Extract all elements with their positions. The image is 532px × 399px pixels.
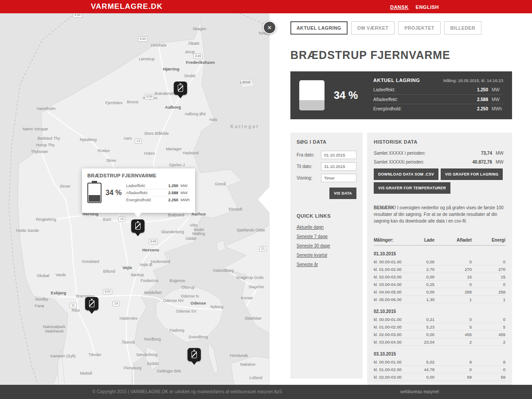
cell-time: kl. 05.00-06.00 <box>374 297 410 302</box>
row-label: Energiindhold: <box>373 106 457 111</box>
map-place-label: Struer <box>60 184 71 188</box>
map-place-label: Sønderborg <box>136 352 157 357</box>
map-pin-marker[interactable] <box>188 348 201 365</box>
tab[interactable]: AKTUEL LAGRING <box>290 21 348 35</box>
map-place-label: Odder <box>185 236 196 241</box>
action-button[interactable]: VIS GRAFER FOR LAGRING <box>441 168 503 180</box>
map-place-label: Vejle <box>122 265 132 270</box>
map-place-label: Niebüll <box>80 371 92 376</box>
cell-lade: 0,00 <box>410 289 434 294</box>
total-unit: MW <box>492 151 505 156</box>
top-header: VARMELAGRE.DK DANSKENGLISH <box>0 0 532 13</box>
road-badge: 21 <box>259 246 266 251</box>
map-place-label: Nordby <box>35 297 48 301</box>
cell-lade: 0,00 <box>410 375 434 379</box>
map-place-label: Odense SV <box>176 309 196 313</box>
map-place-label: Børkop <box>131 273 144 277</box>
map-place-label: Haderslev <box>120 316 138 321</box>
cell-afladet: 59 <box>434 375 472 379</box>
map-pin-marker[interactable] <box>85 297 98 314</box>
row-label: Afladeeffekt: <box>373 97 457 102</box>
road-badge: E39 <box>145 94 154 99</box>
search-field: Visning: <box>297 174 356 182</box>
cell-afladet: 15 <box>434 274 472 279</box>
action-button[interactable]: DOWNLOAD DATA SOM .CSV <box>374 168 438 180</box>
map-place-label: Skælskør <box>245 316 262 321</box>
field-input[interactable] <box>321 151 356 159</box>
language-link[interactable]: DANSK <box>390 4 409 10</box>
row-value: 1.250 <box>457 87 488 92</box>
map-place-label: Kattegat <box>231 124 259 129</box>
road-badge: 15 <box>118 216 125 222</box>
language-switcher: DANSKENGLISH <box>383 0 439 14</box>
table-row: kl. 03.00-04.00 0,25 0 0 <box>374 281 505 288</box>
cell-lade: 2,70 <box>410 267 434 272</box>
map-place-label: Læsø <box>240 80 250 84</box>
quick-link[interactable]: Aktuelle døgn <box>297 225 356 230</box>
tooltip-data-row: Afladeeffekt: 2.588 MW <box>126 189 190 196</box>
road-badge: E39 <box>138 36 147 42</box>
tab[interactable]: BILLEDER <box>444 21 482 35</box>
col-afladet: Afladet <box>434 238 472 243</box>
quick-link[interactable]: Seneste kvartal <box>297 253 356 258</box>
action-button[interactable]: VIS GRAFER FOR TEMPERATURER <box>374 182 450 194</box>
measurement-timestamp: Måling: 18.05.2015, kl. 14:16:23 <box>443 78 503 83</box>
cell-energi: 455 <box>472 332 505 337</box>
show-data-button[interactable]: VIS DATA <box>329 188 356 199</box>
quick-link[interactable]: Seneste 30 dage <box>297 243 356 248</box>
field-input[interactable] <box>321 162 356 171</box>
measurements-table: Målinger: Lade Afladet Energi 01.10.2015 <box>374 238 505 381</box>
cell-energi: 15 <box>472 274 505 279</box>
map-pin-marker[interactable] <box>174 82 187 98</box>
map-place-label: Grenå <box>215 182 226 186</box>
battery-fill <box>299 100 325 110</box>
battery-icon <box>299 80 325 110</box>
map-place-label: Hjørring <box>163 66 180 71</box>
cell-afladet: 0 <box>434 259 472 264</box>
agency-credit[interactable]: webbureau easynet <box>400 385 439 399</box>
tab[interactable]: PROJEKTET <box>398 21 441 35</box>
map-place-label: Kampen (Sylt) <box>47 354 79 358</box>
row-label: Ladeeffekt: <box>373 87 457 92</box>
map-place-label: Odense <box>191 301 206 305</box>
map-place-label: Hobro <box>144 151 155 156</box>
pin-tip <box>135 232 141 236</box>
table-row: kl. 00.00-01.00 0,21 0 0 <box>374 316 505 323</box>
map-place-label: Faaborg <box>169 328 184 332</box>
cell-time: kl. 04.00-05.00 <box>374 289 410 294</box>
quick-link[interactable]: Seneste 7 dage <box>297 234 356 239</box>
status-heading: AKTUEL LAGRING <box>373 78 420 83</box>
quick-link[interactable]: Seneste år <box>297 262 356 267</box>
map-place-label: Store Blåkilde <box>140 131 173 136</box>
map-place-label: Aalborg Øst <box>184 112 206 116</box>
date-row: 03.10.2015 <box>374 352 505 356</box>
map-place-label: Odense NV <box>163 298 184 303</box>
map-pin-marker[interactable] <box>131 219 145 236</box>
language-link[interactable]: ENGLISH <box>416 4 439 10</box>
notice-strong: BEMÆRK! <box>374 205 396 210</box>
field-label: Visning: <box>297 176 312 180</box>
panel-arrow <box>258 187 270 212</box>
map-place-label: Sydals <box>147 361 159 366</box>
map-place-label: Skive <box>106 158 116 163</box>
brand-logo[interactable]: VARMELAGRE.DK <box>91 0 163 13</box>
map-place-label: Middelfart <box>144 290 162 295</box>
map-place-label: Skanderborg <box>161 230 184 234</box>
row-unit: MW <box>488 97 503 102</box>
map-place-label: Lønstrup <box>139 57 155 61</box>
field-input[interactable] <box>321 174 356 182</box>
cell-lade: 5,02 <box>410 360 434 364</box>
pin-tip <box>177 94 184 98</box>
date-row: 01.10.2015 <box>374 251 505 256</box>
road-badge: 13 <box>135 138 142 144</box>
tab[interactable]: OM VÆRKET <box>351 21 395 35</box>
cell-energi: 270 <box>472 267 505 272</box>
close-button[interactable]: ✕ <box>263 21 276 34</box>
cell-energi: 0 <box>472 317 505 322</box>
cell-afladet: 5 <box>434 325 472 329</box>
map-canvas[interactable]: TorshavnSkagenÅlbækHirtshalsJerupFrederi… <box>0 13 270 385</box>
cell-time: kl. 03.00-04.00 <box>374 340 410 344</box>
historic-buttons: DOWNLOAD DATA SOM .CSVVIS GRAFER FOR LAG… <box>374 168 505 194</box>
cell-lade: 0,25 <box>410 282 434 287</box>
als-landmass <box>145 347 160 370</box>
